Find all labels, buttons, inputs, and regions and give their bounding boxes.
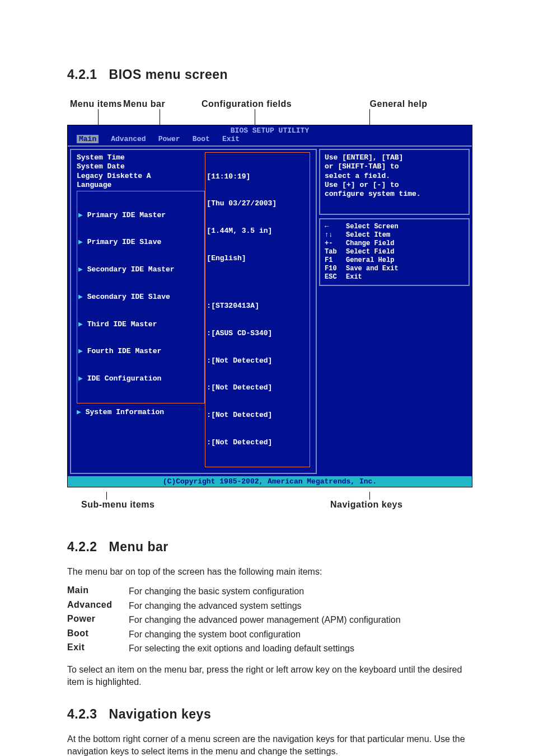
callout-config-fields: Configuration fields <box>202 99 325 109</box>
bios-item: Legacy Diskette A <box>77 172 205 181</box>
callout-navigation-keys: Navigation keys <box>330 500 402 510</box>
bios-value: :[Not Detected] <box>207 438 308 447</box>
desc: For changing the advanced system setting… <box>129 600 472 612</box>
paragraph: At the bottom right corner of a menu scr… <box>67 733 472 756</box>
nav-key: ← <box>325 223 346 231</box>
bios-value: [11:10:19] <box>207 172 308 181</box>
section-number: 4.2.3 <box>67 707 97 721</box>
callout-general-help: General help <box>325 99 472 109</box>
bios-copyright: (C)Copyright 1985-2002, American Megatre… <box>68 476 472 487</box>
general-help-box: Use [ENTER], [TAB] or [SHIFT-TAB] to sel… <box>319 149 470 215</box>
help-line: configure system time. <box>325 190 464 199</box>
bios-value: :[Not Detected] <box>207 383 308 392</box>
section-heading-422: 4.2.2 Menu bar <box>67 539 472 555</box>
help-line: or [SHIFT-TAB] to <box>325 162 464 171</box>
bios-tab-advanced: Advanced <box>111 135 146 143</box>
config-fields-box: [11:10:19] [Thu 03/27/2003] [1.44M, 3.5 … <box>205 152 310 467</box>
nav-desc: Select Item <box>346 231 390 240</box>
callout-menu-items: Menu items <box>67 99 123 109</box>
bios-screenshot: BIOS SETUP UTILITY Main Advanced Power B… <box>67 125 472 487</box>
triangle-icon: ▶ <box>78 374 87 383</box>
bios-tab-exit: Exit <box>222 135 240 143</box>
top-callouts: Menu items Menu bar Configuration fields… <box>67 99 472 109</box>
bios-subitem: ▶ Secondary IDE Slave <box>78 293 203 302</box>
paragraph: To select an item on the menu bar, press… <box>67 664 472 688</box>
term: Exit <box>67 642 129 655</box>
bios-value: :[ASUS CD-S340] <box>207 329 308 338</box>
section-number: 4.2.1 <box>67 67 97 82</box>
section-number: 4.2.2 <box>67 539 97 554</box>
desc: For changing the advanced power manageme… <box>129 614 472 626</box>
bios-subitem: ▶ Primary IDE Master <box>78 211 203 220</box>
bios-title: BIOS SETUP UTILITY <box>68 125 472 135</box>
nav-desc: Select Field <box>346 248 394 256</box>
desc: For selecting the exit options and loadi… <box>129 642 472 655</box>
nav-desc: Select Screen <box>346 223 399 231</box>
desc: For changing the basic system configurat… <box>129 585 472 598</box>
nav-desc: Exit <box>346 273 362 281</box>
section-heading-421: 4.2.1 BIOS menu screen <box>67 67 472 82</box>
callout-leader-lines <box>67 109 472 125</box>
bios-left-pane: System Time System Date Legacy Diskette … <box>70 149 317 474</box>
nav-desc: Change Field <box>346 240 394 248</box>
bios-value: :[ST320413A] <box>207 302 308 311</box>
nav-key: Tab <box>325 248 346 256</box>
bios-value: :[Not Detected] <box>207 411 308 420</box>
paragraph: The menu bar on top of the screen has th… <box>67 566 472 578</box>
term: Main <box>67 585 129 598</box>
bios-subitem: ▶ Third IDE Master <box>78 320 203 329</box>
help-line: Use [+] or [-] to <box>325 181 464 190</box>
bios-subitem: ▶ Secondary IDE Master <box>78 265 203 274</box>
bios-tab-main: Main <box>77 135 99 143</box>
bios-item: System Time <box>77 153 205 162</box>
nav-key: ↑↓ <box>325 231 346 240</box>
bottom-callouts: Sub-menu items Navigation keys <box>67 492 472 514</box>
nav-desc: Save and Exit <box>346 265 399 273</box>
term: Power <box>67 614 129 626</box>
menubar-table: MainFor changing the basic system config… <box>67 585 472 655</box>
section-heading-423: 4.2.3 Navigation keys <box>67 707 472 722</box>
section-title: Navigation keys <box>109 707 212 721</box>
desc: For changing the system boot configurati… <box>129 628 472 641</box>
section-title: Menu bar <box>109 539 168 554</box>
section-title: BIOS menu screen <box>109 67 228 82</box>
bios-value: [Thu 03/27/2003] <box>207 199 308 208</box>
term: Boot <box>67 628 129 641</box>
submenu-items-box: ▶ Primary IDE Master ▶ Primary IDE Slave… <box>77 191 205 403</box>
help-line: select a field. <box>325 172 464 181</box>
bios-value: [English] <box>207 254 308 263</box>
help-line: Use [ENTER], [TAB] <box>325 153 464 162</box>
bios-tab-power: Power <box>158 135 180 143</box>
triangle-icon: ▶ <box>78 347 87 355</box>
triangle-icon: ▶ <box>78 293 87 301</box>
term: Advanced <box>67 600 129 612</box>
bios-value: [1.44M, 3.5 in] <box>207 227 308 236</box>
bios-subitem: ▶ Primary IDE Slave <box>78 238 203 247</box>
bios-item: Language <box>77 181 205 190</box>
nav-key: ESC <box>325 273 346 281</box>
bios-subitem: ▶ IDE Configuration <box>78 374 203 383</box>
nav-key: F10 <box>325 265 346 273</box>
triangle-icon: ▶ <box>77 408 86 416</box>
nav-key: +- <box>325 240 346 248</box>
nav-desc: General Help <box>346 256 394 265</box>
bios-item: System Date <box>77 162 205 171</box>
bios-value: :[Not Detected] <box>207 356 308 365</box>
bios-menubar: Main Advanced Power Boot Exit <box>68 135 472 145</box>
navigation-keys-box: ←Select Screen ↑↓Select Item +-Change Fi… <box>319 218 470 286</box>
callout-submenu-items: Sub-menu items <box>81 500 154 510</box>
triangle-icon: ▶ <box>78 238 87 246</box>
bios-tab-boot: Boot <box>193 135 210 143</box>
callout-menu-bar: Menu bar <box>123 99 202 109</box>
bios-subitem: ▶ System Information <box>77 408 205 417</box>
bios-subitem: ▶ Fourth IDE Master <box>78 347 203 356</box>
triangle-icon: ▶ <box>78 320 87 328</box>
triangle-icon: ▶ <box>78 265 87 274</box>
nav-key: F1 <box>325 256 346 265</box>
triangle-icon: ▶ <box>78 211 87 219</box>
